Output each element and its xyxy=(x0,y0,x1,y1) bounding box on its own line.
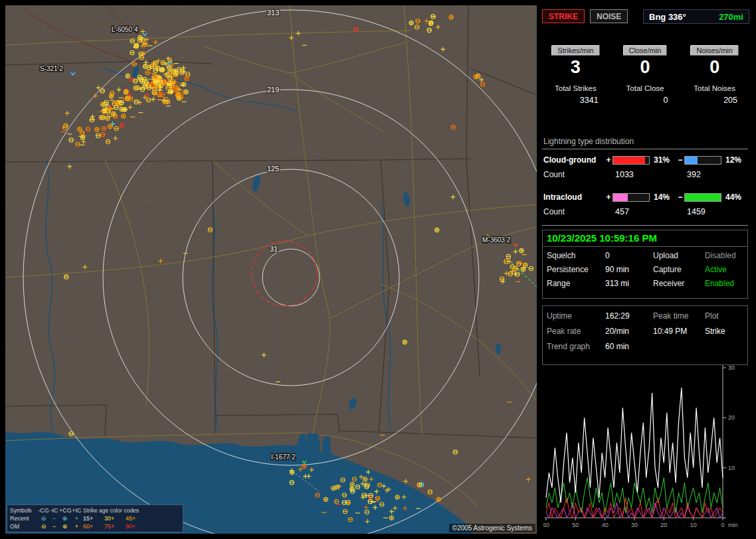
strikes-per-min-button[interactable]: Strikes/min xyxy=(551,45,599,56)
range-value: 313 mi xyxy=(605,279,653,288)
total-close-label: Total Close xyxy=(626,84,664,92)
bearing-range: 270mi xyxy=(719,12,743,22)
close-per-min-value: 0 xyxy=(640,57,650,78)
upload-status: Disabled xyxy=(705,251,743,260)
noise-button[interactable]: NOISE xyxy=(590,9,628,23)
age-30: 30+ xyxy=(104,515,126,522)
cloud-ground-label: Cloud-ground xyxy=(543,155,605,165)
svg-text:40: 40 xyxy=(602,522,609,528)
total-noises-value: 205 xyxy=(680,96,749,105)
top-bar: STRIKE NOISE Bng 336° 270mi xyxy=(541,9,749,25)
legend-col-ncg: -CG xyxy=(38,507,49,514)
svg-text:50: 50 xyxy=(572,522,579,528)
lightning-map[interactable]: 313 219 125 31 L-6050 4S-321 2M-3603 2I-… xyxy=(5,5,537,534)
legend-old-row: Old ⊖ − ⊕ + 60+ 75+ 90+ xyxy=(10,522,180,530)
nexstorm-app: 313 219 125 31 L-6050 4S-321 2M-3603 2I-… xyxy=(0,0,756,539)
total-close-value: 0 xyxy=(611,96,680,105)
settings-grid: Squelch 0 Upload Disabled Persistence 90… xyxy=(543,247,747,288)
ic-positive-gauge xyxy=(613,193,650,202)
tracker-label: M-3603 2 xyxy=(482,236,511,244)
svg-text:10: 10 xyxy=(728,465,735,471)
lightning-distribution-section: Lightning type distribution Cloud-ground… xyxy=(542,135,748,226)
noises-per-min-column: Noises/min 0 Total Noises 205 xyxy=(680,40,749,129)
age-75: 75+ xyxy=(104,523,126,530)
receiver-label: Receiver xyxy=(653,279,705,288)
svg-text:60: 60 xyxy=(543,522,549,528)
svg-text:0: 0 xyxy=(721,522,724,528)
tracker-label: L-6050 4 xyxy=(112,26,138,33)
svg-text:min: min xyxy=(728,522,738,528)
plot-label: Plot xyxy=(705,311,743,321)
noises-per-min-button[interactable]: Noises/min xyxy=(690,45,738,56)
svg-text:30: 30 xyxy=(631,522,638,528)
legend-recent-row: Recent ⊖ − ⊕ + 15+ 30+ 45+ xyxy=(10,514,180,522)
map-legend: Symbols -CG -IC +CG +IC Strike age color… xyxy=(7,504,183,532)
peak-time-value: 10:49 PM xyxy=(653,327,705,336)
intracloud-row: Intracloud + 14% − 44% xyxy=(542,189,748,205)
total-noises-label: Total Noises xyxy=(694,84,735,92)
legend-symbols-header: Symbols xyxy=(10,507,38,514)
plus-icon: + xyxy=(70,523,83,530)
capture-status: Active xyxy=(705,265,743,274)
squelch-label: Squelch xyxy=(547,251,605,260)
minus-sign: − xyxy=(676,193,684,202)
ring-label-31: 31 xyxy=(270,245,278,253)
peak-rate-label: Peak rate xyxy=(547,327,605,336)
noises-per-min-value: 0 xyxy=(709,57,719,78)
circle-minus-icon: ⊖ xyxy=(38,515,49,522)
trend-graph-label: Trend graph xyxy=(547,342,605,351)
minus-icon: − xyxy=(49,515,59,522)
upload-label: Upload xyxy=(653,251,705,260)
map-canvas[interactable]: 313 219 125 31 L-6050 4S-321 2M-3603 2I-… xyxy=(5,5,537,534)
trend-graph: 1020306050403020100min xyxy=(539,364,751,534)
range-label: Range xyxy=(547,279,605,288)
trend-chart-canvas: 1020306050403020100min xyxy=(543,364,743,531)
peak-time-label: Peak time xyxy=(653,311,705,321)
circle-minus-icon: ⊖ xyxy=(38,523,49,530)
uptime-label: Uptime xyxy=(547,311,605,321)
strikes-per-min-column: Strikes/min 3 Total Strikes 3341 xyxy=(541,40,611,129)
strike-button[interactable]: STRIKE xyxy=(542,9,585,23)
peak-rate-value: 20/min xyxy=(605,327,653,336)
cloud-ground-row: Cloud-ground + 31% − 12% xyxy=(542,152,748,168)
bearing-display: Bng 336° 270mi xyxy=(643,9,749,24)
clock-settings-panel: 10/23/2025 10:59:16 PM Squelch 0 Upload … xyxy=(542,230,748,299)
legend-col-pic: +IC xyxy=(70,507,83,514)
total-strikes-value: 3341 xyxy=(541,96,611,105)
plus-sign: + xyxy=(605,155,613,165)
trend-window-value: 60 min xyxy=(605,342,653,351)
legend-header-row: Symbols -CG -IC +CG +IC Strike age color… xyxy=(10,506,180,514)
minus-sign: − xyxy=(676,155,684,165)
svg-text:30: 30 xyxy=(728,364,735,371)
ic-positive-pct: 14% xyxy=(650,193,676,202)
cg-negative-gauge xyxy=(684,156,721,165)
strikes-per-min-value: 3 xyxy=(571,57,581,78)
ring-label-313: 313 xyxy=(267,9,279,17)
uptime-status-panel: Uptime 162:29 Peak time Plot Peak rate 2… xyxy=(542,305,748,365)
cg-negative-pct: 12% xyxy=(721,155,748,165)
rates-panel: Strikes/min 3 Total Strikes 3341 Close/m… xyxy=(541,40,749,129)
minus-icon: − xyxy=(49,523,59,530)
circle-plus-icon: ⊕ xyxy=(59,515,70,522)
distribution-title: Lightning type distribution xyxy=(542,135,748,149)
cg-positive-count: 1033 xyxy=(605,170,676,179)
ic-positive-count: 457 xyxy=(605,207,676,216)
age-60: 60+ xyxy=(83,523,104,530)
plot-value: Strike xyxy=(705,327,743,336)
intracloud-count-row: Count 457 1459 xyxy=(542,205,748,218)
legend-old-label: Old xyxy=(10,523,38,530)
tracker-label: I-1677 2 xyxy=(271,453,296,461)
ic-negative-gauge xyxy=(684,193,721,202)
cg-positive-pct: 31% xyxy=(650,155,676,165)
ic-negative-count: 1459 xyxy=(676,207,748,216)
cloud-ground-count-row: Count 1033 392 xyxy=(542,168,748,181)
plus-icon: + xyxy=(70,515,83,522)
age-45: 45+ xyxy=(126,515,180,522)
datetime-display: 10/23/2025 10:59:16 PM xyxy=(543,230,747,247)
persistence-value: 90 min xyxy=(605,265,653,274)
close-per-min-button[interactable]: Close/min xyxy=(623,45,668,56)
count-label: Count xyxy=(543,170,605,179)
ic-negative-pct: 44% xyxy=(721,193,748,202)
total-strikes-label: Total Strikes xyxy=(555,84,597,92)
receiver-status: Enabled xyxy=(705,279,743,288)
